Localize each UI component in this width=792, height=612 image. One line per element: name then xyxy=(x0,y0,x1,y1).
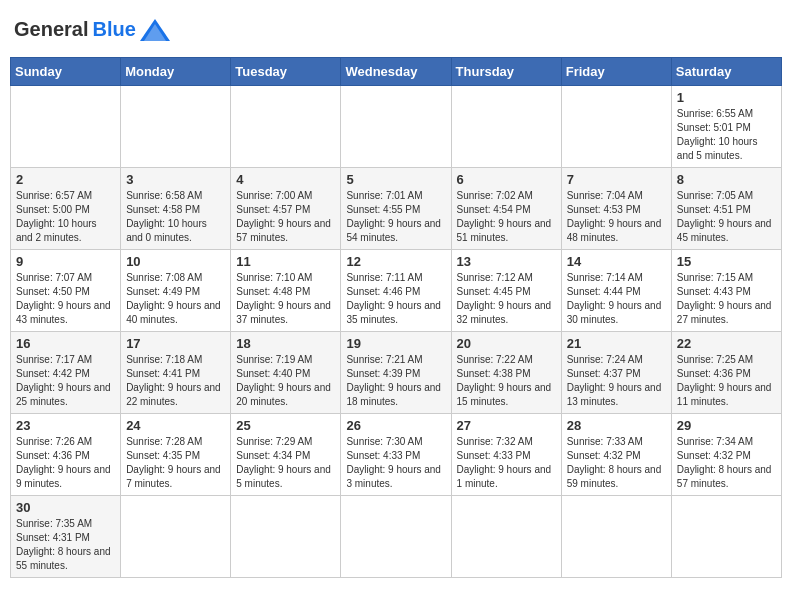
day-number: 3 xyxy=(126,172,225,187)
calendar-cell xyxy=(341,86,451,168)
calendar-cell: 7Sunrise: 7:04 AM Sunset: 4:53 PM Daylig… xyxy=(561,168,671,250)
calendar-cell xyxy=(121,86,231,168)
calendar-cell: 12Sunrise: 7:11 AM Sunset: 4:46 PM Dayli… xyxy=(341,250,451,332)
calendar-cell: 17Sunrise: 7:18 AM Sunset: 4:41 PM Dayli… xyxy=(121,332,231,414)
day-info: Sunrise: 6:57 AM Sunset: 5:00 PM Dayligh… xyxy=(16,189,115,245)
logo-icon xyxy=(140,19,170,41)
calendar-week-1: 1Sunrise: 6:55 AM Sunset: 5:01 PM Daylig… xyxy=(11,86,782,168)
logo-general-text: General xyxy=(14,18,88,41)
calendar-week-6: 30Sunrise: 7:35 AM Sunset: 4:31 PM Dayli… xyxy=(11,496,782,578)
calendar-header-row: SundayMondayTuesdayWednesdayThursdayFrid… xyxy=(11,58,782,86)
calendar-cell: 26Sunrise: 7:30 AM Sunset: 4:33 PM Dayli… xyxy=(341,414,451,496)
logo-blue-text: Blue xyxy=(92,18,135,41)
calendar-cell: 19Sunrise: 7:21 AM Sunset: 4:39 PM Dayli… xyxy=(341,332,451,414)
day-info: Sunrise: 7:26 AM Sunset: 4:36 PM Dayligh… xyxy=(16,435,115,491)
day-info: Sunrise: 7:22 AM Sunset: 4:38 PM Dayligh… xyxy=(457,353,556,409)
day-number: 18 xyxy=(236,336,335,351)
day-info: Sunrise: 7:12 AM Sunset: 4:45 PM Dayligh… xyxy=(457,271,556,327)
calendar-cell: 20Sunrise: 7:22 AM Sunset: 4:38 PM Dayli… xyxy=(451,332,561,414)
page-header: General Blue xyxy=(10,10,782,49)
day-header-sunday: Sunday xyxy=(11,58,121,86)
day-number: 13 xyxy=(457,254,556,269)
day-number: 16 xyxy=(16,336,115,351)
day-number: 21 xyxy=(567,336,666,351)
calendar-cell: 18Sunrise: 7:19 AM Sunset: 4:40 PM Dayli… xyxy=(231,332,341,414)
calendar-cell: 3Sunrise: 6:58 AM Sunset: 4:58 PM Daylig… xyxy=(121,168,231,250)
calendar-cell: 24Sunrise: 7:28 AM Sunset: 4:35 PM Dayli… xyxy=(121,414,231,496)
day-number: 15 xyxy=(677,254,776,269)
day-number: 12 xyxy=(346,254,445,269)
calendar-week-2: 2Sunrise: 6:57 AM Sunset: 5:00 PM Daylig… xyxy=(11,168,782,250)
day-header-thursday: Thursday xyxy=(451,58,561,86)
day-info: Sunrise: 7:32 AM Sunset: 4:33 PM Dayligh… xyxy=(457,435,556,491)
day-number: 11 xyxy=(236,254,335,269)
calendar-week-3: 9Sunrise: 7:07 AM Sunset: 4:50 PM Daylig… xyxy=(11,250,782,332)
day-number: 19 xyxy=(346,336,445,351)
calendar-cell: 27Sunrise: 7:32 AM Sunset: 4:33 PM Dayli… xyxy=(451,414,561,496)
day-number: 8 xyxy=(677,172,776,187)
calendar-cell xyxy=(671,496,781,578)
day-info: Sunrise: 7:11 AM Sunset: 4:46 PM Dayligh… xyxy=(346,271,445,327)
calendar-cell: 2Sunrise: 6:57 AM Sunset: 5:00 PM Daylig… xyxy=(11,168,121,250)
day-info: Sunrise: 7:01 AM Sunset: 4:55 PM Dayligh… xyxy=(346,189,445,245)
day-info: Sunrise: 7:34 AM Sunset: 4:32 PM Dayligh… xyxy=(677,435,776,491)
day-number: 28 xyxy=(567,418,666,433)
day-info: Sunrise: 7:07 AM Sunset: 4:50 PM Dayligh… xyxy=(16,271,115,327)
calendar-cell: 5Sunrise: 7:01 AM Sunset: 4:55 PM Daylig… xyxy=(341,168,451,250)
day-info: Sunrise: 6:55 AM Sunset: 5:01 PM Dayligh… xyxy=(677,107,776,163)
day-info: Sunrise: 7:24 AM Sunset: 4:37 PM Dayligh… xyxy=(567,353,666,409)
calendar-cell: 16Sunrise: 7:17 AM Sunset: 4:42 PM Dayli… xyxy=(11,332,121,414)
day-info: Sunrise: 7:04 AM Sunset: 4:53 PM Dayligh… xyxy=(567,189,666,245)
calendar-cell: 30Sunrise: 7:35 AM Sunset: 4:31 PM Dayli… xyxy=(11,496,121,578)
day-info: Sunrise: 7:10 AM Sunset: 4:48 PM Dayligh… xyxy=(236,271,335,327)
day-number: 22 xyxy=(677,336,776,351)
day-number: 6 xyxy=(457,172,556,187)
day-number: 20 xyxy=(457,336,556,351)
day-number: 9 xyxy=(16,254,115,269)
day-number: 26 xyxy=(346,418,445,433)
calendar-cell: 13Sunrise: 7:12 AM Sunset: 4:45 PM Dayli… xyxy=(451,250,561,332)
calendar-cell: 11Sunrise: 7:10 AM Sunset: 4:48 PM Dayli… xyxy=(231,250,341,332)
calendar-cell: 10Sunrise: 7:08 AM Sunset: 4:49 PM Dayli… xyxy=(121,250,231,332)
calendar-cell: 4Sunrise: 7:00 AM Sunset: 4:57 PM Daylig… xyxy=(231,168,341,250)
day-number: 1 xyxy=(677,90,776,105)
calendar-cell: 8Sunrise: 7:05 AM Sunset: 4:51 PM Daylig… xyxy=(671,168,781,250)
day-info: Sunrise: 7:33 AM Sunset: 4:32 PM Dayligh… xyxy=(567,435,666,491)
calendar-cell xyxy=(561,496,671,578)
calendar-cell: 15Sunrise: 7:15 AM Sunset: 4:43 PM Dayli… xyxy=(671,250,781,332)
day-header-friday: Friday xyxy=(561,58,671,86)
day-header-saturday: Saturday xyxy=(671,58,781,86)
calendar-cell xyxy=(231,496,341,578)
day-info: Sunrise: 6:58 AM Sunset: 4:58 PM Dayligh… xyxy=(126,189,225,245)
day-info: Sunrise: 7:21 AM Sunset: 4:39 PM Dayligh… xyxy=(346,353,445,409)
calendar-cell: 9Sunrise: 7:07 AM Sunset: 4:50 PM Daylig… xyxy=(11,250,121,332)
day-number: 2 xyxy=(16,172,115,187)
day-info: Sunrise: 7:02 AM Sunset: 4:54 PM Dayligh… xyxy=(457,189,556,245)
calendar-cell: 29Sunrise: 7:34 AM Sunset: 4:32 PM Dayli… xyxy=(671,414,781,496)
day-number: 4 xyxy=(236,172,335,187)
day-info: Sunrise: 7:28 AM Sunset: 4:35 PM Dayligh… xyxy=(126,435,225,491)
day-info: Sunrise: 7:05 AM Sunset: 4:51 PM Dayligh… xyxy=(677,189,776,245)
day-info: Sunrise: 7:15 AM Sunset: 4:43 PM Dayligh… xyxy=(677,271,776,327)
calendar-cell: 14Sunrise: 7:14 AM Sunset: 4:44 PM Dayli… xyxy=(561,250,671,332)
day-info: Sunrise: 7:18 AM Sunset: 4:41 PM Dayligh… xyxy=(126,353,225,409)
day-number: 17 xyxy=(126,336,225,351)
calendar-cell: 1Sunrise: 6:55 AM Sunset: 5:01 PM Daylig… xyxy=(671,86,781,168)
day-header-tuesday: Tuesday xyxy=(231,58,341,86)
day-number: 7 xyxy=(567,172,666,187)
day-number: 23 xyxy=(16,418,115,433)
day-info: Sunrise: 7:00 AM Sunset: 4:57 PM Dayligh… xyxy=(236,189,335,245)
calendar-week-4: 16Sunrise: 7:17 AM Sunset: 4:42 PM Dayli… xyxy=(11,332,782,414)
calendar-cell xyxy=(231,86,341,168)
day-number: 24 xyxy=(126,418,225,433)
day-info: Sunrise: 7:29 AM Sunset: 4:34 PM Dayligh… xyxy=(236,435,335,491)
day-number: 10 xyxy=(126,254,225,269)
day-number: 14 xyxy=(567,254,666,269)
calendar-cell: 28Sunrise: 7:33 AM Sunset: 4:32 PM Dayli… xyxy=(561,414,671,496)
day-info: Sunrise: 7:14 AM Sunset: 4:44 PM Dayligh… xyxy=(567,271,666,327)
day-info: Sunrise: 7:35 AM Sunset: 4:31 PM Dayligh… xyxy=(16,517,115,573)
day-number: 27 xyxy=(457,418,556,433)
day-header-monday: Monday xyxy=(121,58,231,86)
calendar-week-5: 23Sunrise: 7:26 AM Sunset: 4:36 PM Dayli… xyxy=(11,414,782,496)
calendar-cell: 21Sunrise: 7:24 AM Sunset: 4:37 PM Dayli… xyxy=(561,332,671,414)
